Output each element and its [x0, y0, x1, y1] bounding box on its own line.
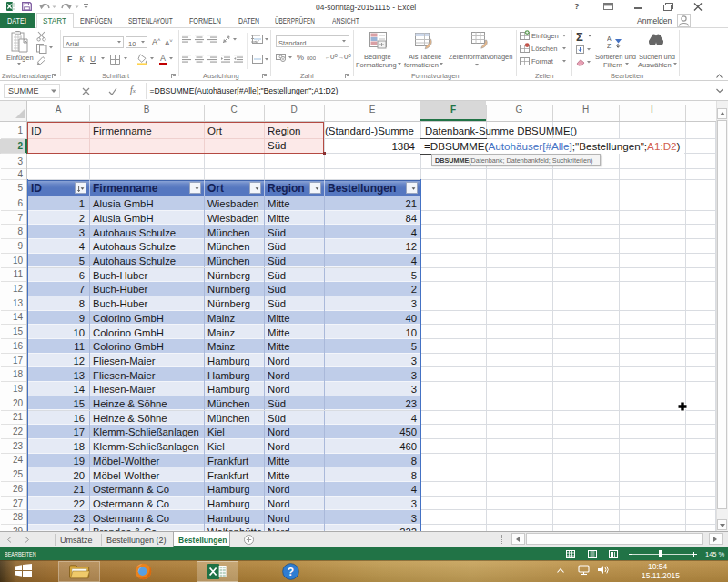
svg-text:000: 000 [307, 55, 316, 61]
svg-text:Z: Z [607, 43, 612, 48]
svg-text:A: A [607, 35, 612, 42]
svg-text:?: ? [288, 566, 294, 578]
